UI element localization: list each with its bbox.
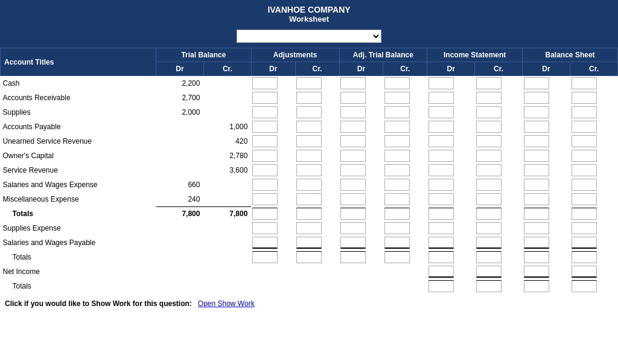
bs-dr-totals-input[interactable] (524, 208, 549, 220)
adj-dr-input[interactable] (252, 106, 278, 118)
bs-cr-final-input[interactable] (572, 280, 597, 292)
bs-cr-input[interactable] (572, 106, 597, 118)
bs-dr-input[interactable] (524, 150, 549, 162)
atb-cr-totals-input[interactable] (384, 208, 410, 220)
bs-dr-totals2-input[interactable] (524, 251, 549, 263)
atb-cr-input[interactable] (384, 222, 410, 234)
is-dr-final-input[interactable] (428, 280, 454, 292)
bs-cr-input[interactable] (572, 222, 597, 234)
bs-dr-final-input[interactable] (524, 280, 549, 292)
bs-dr-input[interactable] (524, 164, 549, 176)
adj-cr-totals-input[interactable] (296, 208, 322, 220)
adj-dr-input[interactable] (252, 92, 278, 104)
is-cr-input[interactable] (476, 150, 502, 162)
bs-dr-input[interactable] (524, 77, 549, 89)
is-dr-input[interactable] (428, 222, 454, 234)
is-cr-input[interactable] (476, 92, 502, 104)
atb-dr-input[interactable] (340, 121, 366, 133)
is-dr-totals-input[interactable] (428, 208, 454, 220)
adj-cr-input[interactable] (296, 135, 322, 147)
show-work-link[interactable]: Open Show Work (198, 299, 255, 308)
atb-cr-input[interactable] (384, 237, 410, 249)
bs-cr-input[interactable] (572, 150, 597, 162)
atb-dr-input[interactable] (340, 193, 366, 205)
bs-cr-totals2-input[interactable] (572, 251, 597, 263)
adj-cr-input[interactable] (296, 121, 322, 133)
is-cr-input[interactable] (476, 179, 502, 191)
adj-dr-input[interactable] (252, 77, 278, 89)
is-cr-input[interactable] (476, 135, 502, 147)
adj-cr-input[interactable] (296, 237, 322, 249)
period-dropdown[interactable] (237, 30, 381, 43)
bs-cr-input[interactable] (572, 179, 597, 191)
is-cr-input[interactable] (476, 237, 502, 249)
adj-dr-totals2-input[interactable] (252, 251, 278, 263)
atb-cr-input[interactable] (384, 150, 410, 162)
atb-dr-totals-input[interactable] (340, 208, 366, 220)
atb-dr-input[interactable] (340, 179, 366, 191)
atb-dr-input[interactable] (340, 150, 366, 162)
is-dr-netincome-input[interactable] (428, 266, 454, 278)
is-dr-input[interactable] (428, 164, 454, 176)
adj-cr-input[interactable] (296, 193, 322, 205)
is-cr-totals-input[interactable] (476, 208, 502, 220)
atb-dr-totals2-input[interactable] (340, 251, 366, 263)
bs-cr-input[interactable] (572, 193, 597, 205)
bs-cr-netincome-input[interactable] (572, 266, 597, 278)
atb-dr-input[interactable] (340, 237, 366, 249)
bs-dr-input[interactable] (524, 92, 549, 104)
bs-dr-input[interactable] (524, 106, 549, 118)
is-cr-input[interactable] (476, 121, 502, 133)
adj-dr-input[interactable] (252, 222, 278, 234)
adj-cr-input[interactable] (296, 179, 322, 191)
is-dr-input[interactable] (428, 237, 454, 249)
atb-dr-input[interactable] (340, 164, 366, 176)
adj-dr-input[interactable] (252, 135, 278, 147)
bs-cr-input[interactable] (572, 237, 597, 249)
is-cr-final-input[interactable] (476, 280, 502, 292)
atb-dr-input[interactable] (340, 135, 366, 147)
bs-cr-totals-input[interactable] (572, 208, 597, 220)
adj-cr-input[interactable] (296, 77, 322, 89)
atb-dr-input[interactable] (340, 77, 366, 89)
is-cr-input[interactable] (476, 164, 502, 176)
bs-dr-input[interactable] (524, 237, 549, 249)
is-dr-input[interactable] (428, 179, 454, 191)
adj-dr-totals-input[interactable] (252, 208, 278, 220)
is-cr-netincome-input[interactable] (476, 266, 502, 278)
adj-dr-input[interactable] (252, 193, 278, 205)
is-dr-input[interactable] (428, 121, 454, 133)
atb-cr-input[interactable] (384, 106, 410, 118)
adj-dr-input[interactable] (252, 179, 278, 191)
is-dr-input[interactable] (428, 92, 454, 104)
bs-cr-input[interactable] (572, 135, 597, 147)
atb-dr-input[interactable] (340, 106, 366, 118)
adj-cr-input[interactable] (296, 164, 322, 176)
atb-cr-input[interactable] (384, 164, 410, 176)
bs-cr-input[interactable] (572, 92, 597, 104)
bs-dr-input[interactable] (524, 193, 549, 205)
adj-dr-input[interactable] (252, 150, 278, 162)
bs-dr-input[interactable] (524, 179, 549, 191)
adj-dr-input[interactable] (252, 121, 278, 133)
atb-cr-input[interactable] (384, 77, 410, 89)
is-dr-input[interactable] (428, 150, 454, 162)
is-cr-input[interactable] (476, 77, 502, 89)
is-dr-input[interactable] (428, 77, 454, 89)
atb-cr-totals2-input[interactable] (384, 251, 410, 263)
is-cr-totals2-input[interactable] (476, 251, 502, 263)
atb-cr-input[interactable] (384, 121, 410, 133)
is-dr-input[interactable] (428, 106, 454, 118)
bs-cr-input[interactable] (572, 164, 597, 176)
bs-dr-input[interactable] (524, 222, 549, 234)
is-cr-input[interactable] (476, 193, 502, 205)
adj-cr-totals2-input[interactable] (296, 251, 322, 263)
atb-dr-input[interactable] (340, 222, 366, 234)
atb-cr-input[interactable] (384, 92, 410, 104)
atb-dr-input[interactable] (340, 92, 366, 104)
bs-dr-input[interactable] (524, 121, 549, 133)
atb-cr-input[interactable] (384, 179, 410, 191)
is-cr-input[interactable] (476, 222, 502, 234)
is-cr-input[interactable] (476, 106, 502, 118)
atb-cr-input[interactable] (384, 193, 410, 205)
